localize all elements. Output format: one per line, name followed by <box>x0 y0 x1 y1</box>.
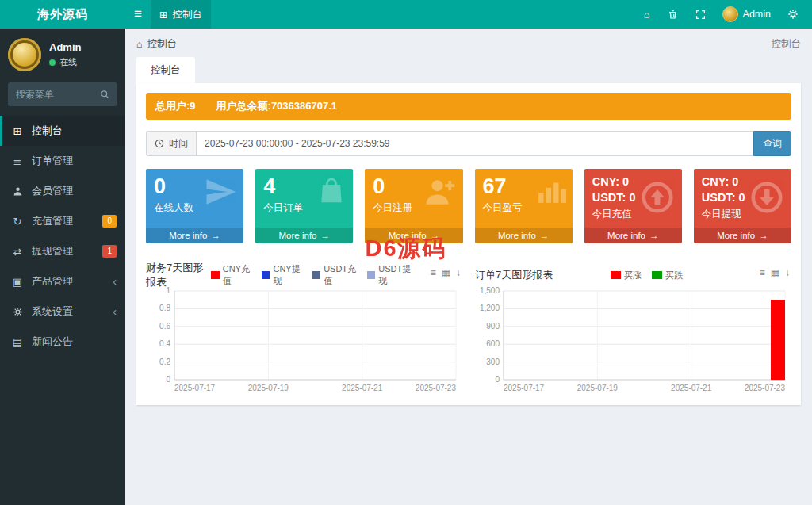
sidebar-item-news[interactable]: ▤ 新闻公告 <box>0 327 125 357</box>
more-info-link[interactable]: More info→ <box>146 228 243 243</box>
info-boxes: 0 在线人数 More info→ 4 今日订单 More info→ <box>146 169 791 243</box>
breadcrumb-current: 控制台 <box>147 37 178 51</box>
legend-item[interactable]: 买跌 <box>652 270 683 281</box>
finance-chart: 00.20.40.60.812025-07-172025-07-192025-0… <box>146 286 462 396</box>
settings-button[interactable] <box>779 0 807 29</box>
sidebar-item-label: 控制台 <box>32 124 63 138</box>
info-box-today-orders: 4 今日订单 More info→ <box>255 169 353 243</box>
chart-grid-icon[interactable]: ▦ <box>442 267 450 278</box>
products-icon: ▣ <box>11 276 24 288</box>
shopping-bag-icon <box>316 175 347 210</box>
news-icon: ▤ <box>11 336 24 348</box>
svg-text:0.4: 0.4 <box>159 339 170 348</box>
svg-text:0: 0 <box>166 375 170 384</box>
legend-item[interactable]: 买涨 <box>611 270 642 281</box>
gears-icon <box>787 9 799 20</box>
recharge-icon: ↻ <box>11 216 24 228</box>
sidebar-item-orders[interactable]: ≣ 订单管理 <box>0 146 125 176</box>
sidebar-item-products[interactable]: ▣ 产品管理 ‹ <box>0 266 125 296</box>
legend-item[interactable]: USDT提现 <box>367 263 412 287</box>
legend-swatch-icon <box>367 271 375 279</box>
user-status: 在线 <box>49 56 81 68</box>
legend-item[interactable]: CNY提现 <box>262 263 302 287</box>
legend-item[interactable]: USDT充值 <box>312 263 357 287</box>
more-info-link[interactable]: More info→ <box>694 228 791 243</box>
breadcrumb[interactable]: ⌂ 控制台 <box>136 37 177 51</box>
fullscreen-button[interactable] <box>687 0 714 29</box>
svg-text:900: 900 <box>486 322 500 331</box>
trash-icon <box>668 10 678 20</box>
total-balance: 用户总余额:7036386707.1 <box>216 99 337 113</box>
search-icon <box>100 90 109 99</box>
sidebar-user-panel: Admin 在线 <box>0 29 125 79</box>
sidebar-item-recharge[interactable]: ↻ 充值管理 0 <box>0 206 125 236</box>
sidebar-toggle-button[interactable]: ≡ <box>125 0 151 29</box>
sidebar-item-withdraw[interactable]: ⇄ 提现管理 1 <box>0 236 125 266</box>
tab-console[interactable]: 控制台 <box>136 57 195 83</box>
dashboard-icon: ⊞ <box>159 9 167 21</box>
orders-chart-panel: 订单7天图形报表 买涨买跌 ≡ ▦ ↓ 03006009001,2001,500… <box>475 267 791 396</box>
home-button[interactable]: ⌂ <box>635 0 659 29</box>
legend-swatch-icon <box>652 271 662 279</box>
navbar-right: ⌂ Admin <box>635 0 812 29</box>
chart-legend: CNY充值CNY提现USDT充值USDT提现 <box>211 263 412 287</box>
user-menu[interactable]: Admin <box>714 0 779 29</box>
user-name: Admin <box>49 41 81 53</box>
chart-menu-icon[interactable]: ≡ <box>760 267 765 278</box>
breadcrumb-home-icon: ⌂ <box>136 39 143 50</box>
legend-swatch-icon <box>312 271 320 279</box>
svg-text:0: 0 <box>495 375 500 384</box>
withdraw-icon: ⇄ <box>11 246 24 258</box>
svg-text:1,200: 1,200 <box>480 304 500 312</box>
sidebar-search <box>8 82 117 106</box>
more-info-link[interactable]: More info→ <box>255 228 353 243</box>
svg-text:2025-07-19: 2025-07-19 <box>577 384 619 392</box>
more-info-link[interactable]: More info→ <box>584 228 682 243</box>
list-icon: ≣ <box>11 155 24 167</box>
legend-label: 买跌 <box>665 270 683 281</box>
withdraw-badge: 1 <box>102 245 117 258</box>
gear-icon <box>11 307 24 317</box>
more-info-label: More info <box>389 231 427 240</box>
dashboard-card: 总用户:9 用户总余额:7036386707.1 时间 查询 0 在线人数 Mo… <box>136 83 801 405</box>
sidebar-item-console[interactable]: ⊞ 控制台 <box>0 116 125 146</box>
search-input[interactable] <box>16 89 100 100</box>
arrow-right-icon: → <box>320 231 330 240</box>
arrow-circle-down-icon <box>749 179 785 219</box>
more-info-label: More info <box>717 231 755 240</box>
more-info-link[interactable]: More info→ <box>365 228 462 243</box>
console-nav-label: 控制台 <box>172 8 202 21</box>
legend-item[interactable]: CNY充值 <box>211 263 251 287</box>
date-range-input[interactable] <box>196 131 753 156</box>
sidebar-item-label: 充值管理 <box>32 214 73 228</box>
more-info-label: More info <box>498 231 536 240</box>
dashboard-icon: ⊞ <box>11 125 24 137</box>
chart-download-icon[interactable]: ↓ <box>785 267 790 278</box>
legend-label: CNY充值 <box>223 263 251 287</box>
chart-grid-icon[interactable]: ▦ <box>771 267 779 278</box>
more-info-link[interactable]: More info→ <box>475 228 573 243</box>
arrow-right-icon: → <box>540 231 550 240</box>
chart-menu-icon[interactable]: ≡ <box>431 267 436 278</box>
svg-text:600: 600 <box>486 339 500 348</box>
query-button[interactable]: 查询 <box>753 131 791 156</box>
sidebar-item-settings[interactable]: 系统设置 ‹ <box>0 296 125 327</box>
chart-download-icon[interactable]: ↓ <box>456 267 461 278</box>
legend-label: USDT充值 <box>324 263 357 287</box>
time-filter: 时间 查询 <box>146 131 791 156</box>
more-info-label: More info <box>607 231 645 240</box>
sidebar-item-members[interactable]: 会员管理 <box>0 176 125 206</box>
arrow-right-icon: → <box>211 231 220 240</box>
info-box-today-registered: 0 今日注册 More info→ <box>365 169 462 243</box>
more-info-label: More info <box>279 231 317 240</box>
brand-logo[interactable]: 海外源码 <box>0 0 125 29</box>
chart-legend: 买涨买跌 <box>611 270 683 281</box>
chart-canvas: 03006009001,2001,5002025-07-172025-07-19… <box>475 286 791 396</box>
svg-text:1: 1 <box>166 286 170 295</box>
trash-button[interactable] <box>659 0 687 29</box>
console-nav-button[interactable]: ⊞ 控制台 <box>151 0 211 29</box>
arrow-circle-up-icon <box>639 179 676 219</box>
legend-label: USDT提现 <box>378 263 412 287</box>
chevron-left-icon: ‹ <box>113 275 117 288</box>
orders-chart: 03006009001,2001,5002025-07-172025-07-19… <box>475 286 791 396</box>
